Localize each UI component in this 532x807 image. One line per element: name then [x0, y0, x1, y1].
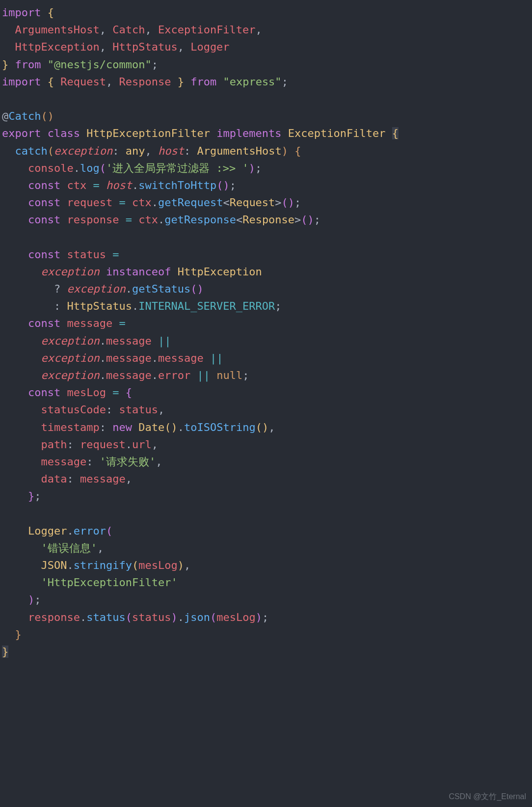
str-nestjs: "@nestjs/common" [48, 58, 152, 71]
fn-switchToHttp: switchToHttp [138, 179, 216, 191]
type-Request: Request [230, 196, 275, 209]
fn-getResponse: getResponse [164, 214, 236, 226]
id-HttpStatus: HttpStatus [112, 41, 177, 53]
str-errinfo: '错误信息' [41, 542, 97, 554]
fn-json: json [184, 611, 210, 623]
type-any: any [126, 145, 145, 157]
fn-error: error [74, 525, 106, 537]
fn-stringify: stringify [74, 559, 132, 571]
id-status: status [119, 404, 158, 416]
id-status: status [67, 248, 106, 261]
key-data: data [41, 473, 67, 485]
type-HttpException: HttpException [178, 266, 262, 278]
id-message: message [80, 473, 126, 485]
class-HttpExceptionFilter: HttpExceptionFilter [86, 127, 210, 139]
method-catch: catch [15, 145, 48, 157]
class-Date: Date [138, 421, 164, 433]
id-exception: exception [41, 266, 99, 278]
kw-from: from [190, 76, 216, 88]
id-mesLog: mesLog [216, 611, 255, 623]
id-HttpException: HttpException [15, 41, 100, 53]
key-statusCode: statusCode [41, 404, 106, 416]
id-Request: Request [60, 76, 106, 88]
prop-message: message [158, 352, 204, 364]
id-mesLog: mesLog [67, 386, 106, 399]
kw-export: export [2, 127, 41, 139]
kw-instanceof: instanceof [106, 266, 171, 278]
fn-getRequest: getRequest [158, 196, 223, 209]
type-ExceptionFilter: ExceptionFilter [288, 127, 386, 139]
id-mesLog: mesLog [138, 559, 177, 571]
fn-status: status [86, 611, 125, 623]
type-ArgumentsHost: ArgumentsHost [197, 145, 281, 157]
kw-new: new [112, 421, 132, 433]
kw-import: import [2, 76, 41, 88]
id-status: status [132, 611, 171, 623]
id-JSON: JSON [41, 559, 67, 571]
id-exception: exception [67, 283, 125, 295]
kw-const: const [28, 248, 60, 261]
watermark: CSDN @文竹_Eternal [449, 790, 526, 803]
param-exception: exception [54, 145, 112, 157]
id-ExceptionFilter: ExceptionFilter [158, 24, 256, 36]
id-HttpStatus: HttpStatus [67, 300, 132, 312]
kw-null: null [216, 369, 242, 381]
prop-message: message [106, 352, 152, 364]
kw-const: const [28, 317, 60, 329]
id-response: response [67, 214, 119, 226]
kw-const: const [28, 386, 60, 399]
str-reqfail: '请求失败' [100, 456, 156, 468]
prop-message: message [106, 369, 152, 381]
id-Response: Response [119, 76, 171, 88]
key-timestamp: timestamp [41, 421, 99, 433]
id-exception: exception [41, 335, 99, 347]
decorator-Catch: Catch [8, 110, 41, 122]
id-console: console [28, 162, 74, 174]
id-Logger: Logger [28, 525, 67, 537]
str-filter: 'HttpExceptionFilter' [41, 576, 177, 589]
id-exception: exception [41, 352, 99, 364]
id-request: request [67, 196, 112, 209]
kw-import: import [2, 6, 41, 19]
str-express: "express" [223, 76, 281, 88]
kw-implements: implements [216, 127, 281, 139]
decorator-at: @ [2, 110, 8, 122]
id-Catch: Catch [112, 24, 145, 36]
kw-const: const [28, 214, 60, 226]
id-Logger: Logger [190, 41, 229, 53]
prop-error: error [158, 369, 190, 381]
param-host: host [158, 145, 184, 157]
id-message: message [67, 317, 112, 329]
prop-url: url [132, 438, 152, 451]
kw-class: class [48, 127, 80, 139]
id-response: response [28, 611, 80, 623]
fn-toISOString: toISOString [184, 421, 256, 433]
prop-message: message [106, 335, 152, 347]
kw-const: const [28, 179, 60, 191]
id-ArgumentsHost: ArgumentsHost [15, 24, 100, 36]
fn-log: log [80, 162, 100, 174]
id-request: request [80, 438, 126, 451]
id-ctx: ctx [67, 179, 86, 191]
code-block: import { ArgumentsHost, Catch, Exception… [0, 0, 532, 664]
const-INTERNAL: INTERNAL_SERVER_ERROR [138, 300, 275, 312]
kw-from: from [15, 58, 41, 71]
key-path: path [41, 438, 67, 451]
id-ctx: ctx [138, 214, 158, 226]
str-log: '进入全局异常过滤器 :>> ' [106, 162, 249, 174]
id-ctx: ctx [132, 196, 152, 209]
kw-const: const [28, 196, 60, 209]
id-host: host [106, 179, 132, 191]
id-exception: exception [41, 369, 99, 381]
fn-getStatus: getStatus [132, 283, 190, 295]
type-Response: Response [242, 214, 294, 226]
key-message: message [41, 456, 86, 468]
